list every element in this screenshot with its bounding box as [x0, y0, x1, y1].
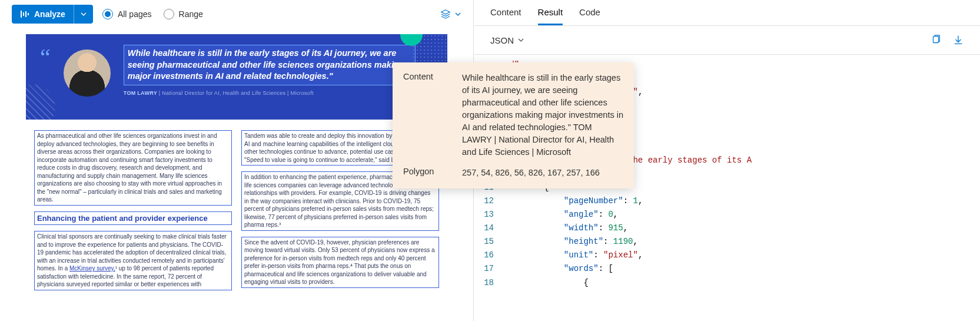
- hero-section: “ While healthcare is still in the early…: [26, 34, 447, 120]
- hero-attribution: TOM LAWRY | National Director for AI, He…: [124, 90, 416, 96]
- tooltip-polygon-value: 257, 54, 826, 56, 826, 167, 257, 166: [462, 167, 623, 179]
- radio-all-label: All pages: [118, 9, 152, 19]
- paragraph-box[interactable]: Clinical trial sponsors are continually …: [34, 231, 232, 290]
- tooltip-polygon-label: Polygon: [403, 167, 446, 179]
- download-button[interactable]: [953, 35, 964, 45]
- format-label: JSON: [490, 35, 514, 45]
- hero-quote[interactable]: While healthcare is still in the early s…: [124, 45, 416, 85]
- tab-result[interactable]: Result: [538, 7, 563, 25]
- radio-range-label: Range: [179, 9, 203, 19]
- analyze-label: Analyze: [34, 9, 65, 19]
- right-panel: Content While healthcare is still in the…: [474, 0, 980, 321]
- paragraph-box[interactable]: Since the advent of COVID-19, however, p…: [241, 237, 439, 288]
- svg-rect-1: [23, 12, 24, 16]
- section-heading[interactable]: Enhancing the patient and provider exper…: [34, 211, 232, 226]
- svg-rect-2: [25, 11, 26, 17]
- document-page: “ While healthcare is still in the early…: [26, 34, 447, 321]
- paragraph-box[interactable]: As pharmaceutical and other life science…: [34, 130, 232, 206]
- copy-icon: [931, 35, 941, 45]
- tab-code[interactable]: Code: [579, 7, 600, 25]
- document-body: As pharmaceutical and other life science…: [26, 120, 447, 290]
- layers-button[interactable]: [440, 9, 461, 19]
- layers-icon: [440, 9, 451, 19]
- radio-indicator: [164, 9, 174, 19]
- page-scope-radio-group: All pages Range: [102, 9, 203, 19]
- format-select[interactable]: JSON: [490, 35, 524, 45]
- analyze-button[interactable]: Analyze: [12, 5, 93, 24]
- analyze-icon: [20, 9, 29, 19]
- json-toolbar: JSON: [474, 26, 980, 54]
- radio-range[interactable]: Range: [164, 9, 203, 19]
- analyze-dropdown[interactable]: [74, 5, 93, 24]
- result-tabs: Content Result Code: [474, 0, 980, 26]
- download-icon: [953, 35, 964, 45]
- tooltip-content-value: While healthcare is still in the early s…: [462, 72, 623, 158]
- content-tooltip: Content While healthcare is still in the…: [393, 62, 634, 188]
- author-title: | National Director for AI, Health and L…: [157, 90, 314, 96]
- author-avatar: [64, 49, 111, 97]
- svg-rect-4: [934, 37, 939, 43]
- author-name: TOM LAWRY: [124, 90, 157, 96]
- tab-content[interactable]: Content: [490, 7, 521, 25]
- chevron-down-icon: [454, 11, 461, 18]
- copy-button[interactable]: [931, 35, 941, 45]
- mckinsey-link[interactable]: McKinsey survey,: [69, 265, 115, 272]
- tooltip-content-label: Content: [403, 72, 446, 158]
- radio-all-pages[interactable]: All pages: [102, 9, 152, 19]
- toolbar: Analyze All pages Range: [0, 0, 473, 28]
- svg-rect-0: [21, 11, 22, 18]
- radio-indicator: [102, 9, 113, 19]
- chevron-down-icon: [517, 37, 524, 44]
- svg-rect-3: [28, 13, 29, 15]
